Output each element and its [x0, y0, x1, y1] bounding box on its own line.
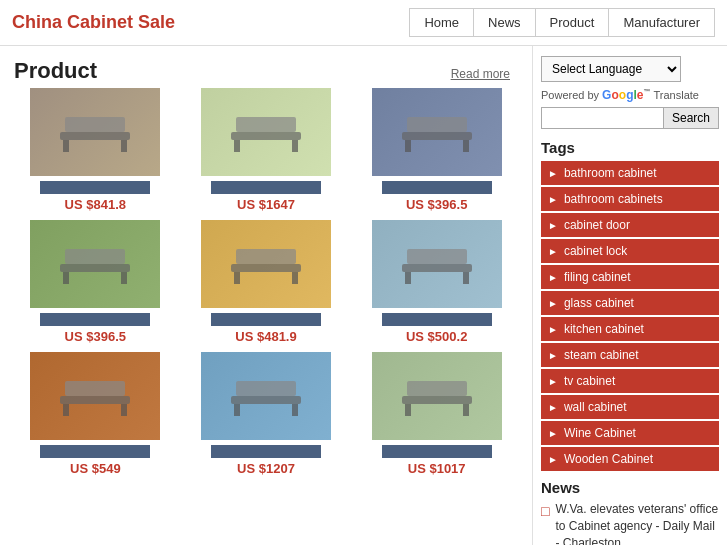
svg-rect-26 [63, 404, 69, 416]
svg-rect-11 [463, 140, 469, 152]
svg-rect-7 [292, 140, 298, 152]
product-card: US $500.2 [355, 220, 518, 344]
powered-by-text: Powered by [541, 89, 599, 101]
svg-rect-33 [407, 381, 467, 396]
news-item: □W.Va. elevates veterans' office to Cabi… [541, 501, 719, 545]
read-more-link[interactable]: Read more [451, 67, 510, 81]
product-price[interactable]: US $1647 [237, 197, 295, 212]
tag-arrow-icon: ► [548, 220, 558, 231]
tag-label: glass cabinet [564, 296, 634, 310]
search-button[interactable]: Search [664, 107, 719, 129]
tag-item[interactable]: ►bathroom cabinets [541, 187, 719, 211]
tag-item[interactable]: ►kitchen cabinet [541, 317, 719, 341]
tag-label: Wine Cabinet [564, 426, 636, 440]
svg-rect-20 [402, 264, 472, 272]
tag-arrow-icon: ► [548, 272, 558, 283]
svg-rect-14 [63, 272, 69, 284]
svg-rect-35 [463, 404, 469, 416]
product-grid: US $841.8 US $1647 US $396.5 US $396.5 U… [14, 88, 518, 476]
product-price[interactable]: US $549 [70, 461, 121, 476]
nav-item-manufacturer[interactable]: Manufacturer [608, 9, 714, 36]
tag-label: bathroom cabinets [564, 192, 663, 206]
svg-rect-17 [236, 249, 296, 264]
logo: China Cabinet Sale [12, 12, 175, 33]
tag-arrow-icon: ► [548, 454, 558, 465]
nav-item-home[interactable]: Home [410, 9, 473, 36]
product-card: US $396.5 [14, 220, 177, 344]
product-image[interactable] [30, 88, 160, 176]
product-price[interactable]: US $1017 [408, 461, 466, 476]
product-bar [211, 445, 321, 458]
comment-icon: □ [541, 503, 549, 519]
search-input[interactable] [541, 107, 664, 129]
svg-rect-28 [231, 396, 301, 404]
tag-item[interactable]: ►wall cabinet [541, 395, 719, 419]
search-row: Search [541, 107, 719, 129]
product-image[interactable] [201, 352, 331, 440]
tag-item[interactable]: ►tv cabinet [541, 369, 719, 393]
tag-item[interactable]: ►steam cabinet [541, 343, 719, 367]
product-bar [382, 181, 492, 194]
product-image[interactable] [372, 352, 502, 440]
tag-label: filing cabinet [564, 270, 631, 284]
svg-rect-10 [405, 140, 411, 152]
product-bar [382, 313, 492, 326]
product-price[interactable]: US $396.5 [65, 329, 126, 344]
nav-item-product[interactable]: Product [535, 9, 609, 36]
product-image[interactable] [201, 220, 331, 308]
tag-label: Wooden Cabinet [564, 452, 653, 466]
tag-arrow-icon: ► [548, 246, 558, 257]
tags-list: ►bathroom cabinet►bathroom cabinets►cabi… [541, 161, 719, 471]
svg-rect-15 [121, 272, 127, 284]
product-price[interactable]: US $841.8 [65, 197, 126, 212]
product-image[interactable] [30, 352, 160, 440]
tag-arrow-icon: ► [548, 324, 558, 335]
news-text[interactable]: W.Va. elevates veterans' office to Cabin… [555, 501, 719, 545]
svg-rect-13 [65, 249, 125, 264]
product-bar [211, 181, 321, 194]
tag-item[interactable]: ►filing cabinet [541, 265, 719, 289]
translate-word: Translate [654, 89, 699, 101]
product-price[interactable]: US $500.2 [406, 329, 467, 344]
product-image[interactable] [201, 88, 331, 176]
language-select[interactable]: Select Language [541, 56, 681, 82]
svg-rect-16 [231, 264, 301, 272]
svg-rect-19 [292, 272, 298, 284]
tag-item[interactable]: ►cabinet door [541, 213, 719, 237]
svg-rect-25 [65, 381, 125, 396]
news-title: News [541, 479, 719, 496]
svg-rect-5 [236, 117, 296, 132]
tags-title: Tags [541, 139, 719, 156]
svg-rect-8 [402, 132, 472, 140]
tag-arrow-icon: ► [548, 428, 558, 439]
product-price[interactable]: US $396.5 [406, 197, 467, 212]
product-image[interactable] [372, 220, 502, 308]
product-card: US $1017 [355, 352, 518, 476]
svg-rect-6 [234, 140, 240, 152]
product-card: US $481.9 [185, 220, 348, 344]
tag-label: cabinet door [564, 218, 630, 232]
product-card: US $1207 [185, 352, 348, 476]
tag-label: cabinet lock [564, 244, 627, 258]
svg-rect-12 [60, 264, 130, 272]
tag-item[interactable]: ►Wine Cabinet [541, 421, 719, 445]
product-bar [40, 445, 150, 458]
product-image[interactable] [372, 88, 502, 176]
product-price[interactable]: US $1207 [237, 461, 295, 476]
product-card: US $1647 [185, 88, 348, 212]
tag-item[interactable]: ►bathroom cabinet [541, 161, 719, 185]
product-heading-row: Product Read more [14, 58, 518, 84]
svg-rect-21 [407, 249, 467, 264]
powered-by: Powered by Google™ Translate [541, 88, 719, 102]
tag-item[interactable]: ►cabinet lock [541, 239, 719, 263]
product-image[interactable] [30, 220, 160, 308]
tag-item[interactable]: ►Wooden Cabinet [541, 447, 719, 471]
svg-rect-22 [405, 272, 411, 284]
product-bar [382, 445, 492, 458]
sidebar: Select Language Powered by Google™ Trans… [532, 46, 727, 545]
product-price[interactable]: US $481.9 [235, 329, 296, 344]
tag-item[interactable]: ►glass cabinet [541, 291, 719, 315]
svg-rect-1 [65, 117, 125, 132]
nav-item-news[interactable]: News [473, 9, 535, 36]
tag-arrow-icon: ► [548, 350, 558, 361]
